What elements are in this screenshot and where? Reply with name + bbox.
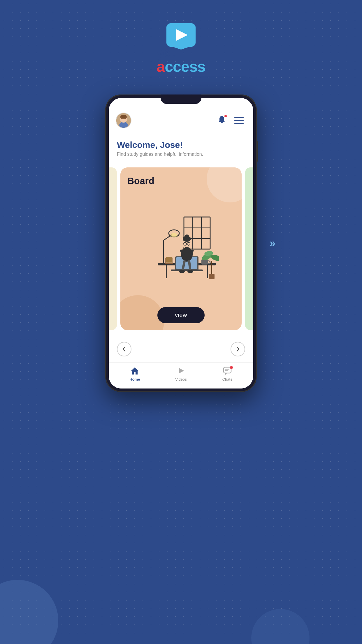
- logo-ccess: ccess: [165, 58, 205, 75]
- welcome-title: Welcome, Jose!: [117, 140, 245, 150]
- home-icon: [130, 367, 139, 376]
- view-button[interactable]: view: [157, 307, 205, 323]
- phone-notch: [161, 94, 201, 104]
- phone-screen: Welcome, Jose! Find study guides and hel…: [109, 98, 253, 388]
- svg-point-21: [171, 233, 178, 237]
- svg-rect-12: [234, 123, 244, 124]
- svg-rect-10: [234, 117, 244, 118]
- notification-bell[interactable]: [217, 115, 226, 126]
- svg-point-8: [121, 115, 126, 118]
- hamburger-icon: [234, 117, 244, 124]
- next-arrow-button[interactable]: [231, 342, 245, 356]
- card-title: Board: [127, 176, 235, 186]
- logo-text: your access: [157, 47, 205, 74]
- nav-home-label: Home: [129, 377, 140, 382]
- next-swipe-indicator: »: [270, 237, 274, 249]
- arrow-left-icon: [121, 346, 127, 352]
- svg-line-42: [189, 261, 190, 271]
- svg-point-5: [119, 122, 128, 128]
- svg-point-43: [179, 270, 185, 273]
- svg-marker-50: [131, 368, 138, 374]
- arrow-right-icon: [235, 346, 241, 352]
- chats-badge: [230, 366, 233, 369]
- chats-icon-wrapper: [223, 367, 232, 376]
- card-view-button-area: view: [127, 307, 235, 323]
- nav-videos-label: Videos: [175, 377, 187, 382]
- videos-icon: [177, 367, 185, 376]
- nav-item-videos[interactable]: Videos: [158, 367, 204, 382]
- navigation-arrows: [109, 336, 253, 362]
- main-card-board[interactable]: Board: [120, 167, 242, 330]
- nav-chats-label: Chats: [222, 377, 232, 382]
- nav-item-chats[interactable]: Chats: [204, 367, 250, 382]
- app-content: Welcome, Jose! Find study guides and hel…: [109, 98, 253, 388]
- bg-circle-right: [251, 609, 310, 644]
- svg-marker-55: [225, 373, 227, 375]
- notification-dot: [224, 114, 227, 118]
- svg-rect-9: [221, 122, 223, 123]
- logo-area: your access: [157, 23, 205, 77]
- cards-carousel[interactable]: Board: [109, 162, 253, 336]
- phone-device: »: [105, 94, 257, 392]
- svg-rect-49: [209, 274, 215, 279]
- svg-marker-51: [179, 368, 184, 374]
- card-peek-left: [109, 167, 117, 330]
- welcome-section: Welcome, Jose! Find study guides and hel…: [109, 133, 253, 162]
- svg-rect-30: [166, 257, 172, 262]
- logo-wrapper: your access: [157, 23, 205, 77]
- menu-button[interactable]: [232, 113, 246, 128]
- card-peek-right: [245, 167, 253, 330]
- logo-icon: your access: [157, 23, 205, 77]
- svg-rect-11: [234, 120, 244, 121]
- logo-a-letter: a: [157, 58, 165, 75]
- nav-item-home[interactable]: Home: [112, 367, 158, 382]
- svg-rect-27: [171, 270, 203, 271]
- card-illustration: [127, 191, 235, 301]
- logo-your: your: [157, 47, 182, 59]
- header-icons: [217, 113, 246, 128]
- bg-circle-left: [0, 580, 58, 644]
- svg-point-44: [187, 270, 193, 273]
- welcome-subtitle: Find study guides and helpful informatio…: [117, 152, 245, 157]
- svg-point-34: [184, 235, 189, 239]
- logo-access: access: [157, 59, 205, 74]
- bottom-navigation: Home Videos: [109, 362, 253, 388]
- desk-illustration: [143, 211, 219, 281]
- prev-arrow-button[interactable]: [117, 342, 131, 356]
- avatar[interactable]: [116, 113, 131, 128]
